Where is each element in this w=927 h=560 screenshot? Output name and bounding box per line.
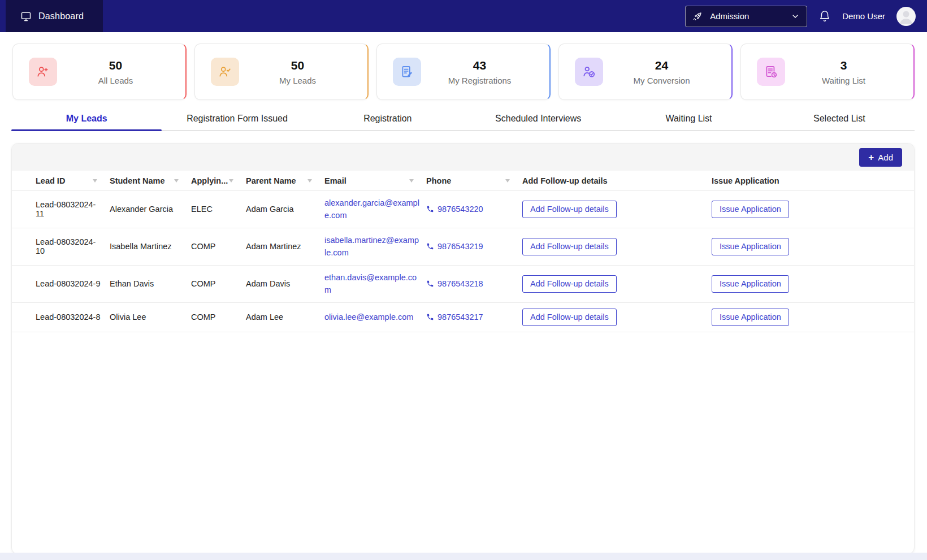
table-row: Lead-08032024-9 Ethan Davis COMP Adam Da… [12, 265, 914, 302]
col-header-lead-id: Lead ID [36, 176, 65, 185]
tab-my-leads[interactable]: My Leads [11, 110, 162, 130]
col-header-student-name: Student Name [110, 176, 165, 185]
email-link[interactable]: olivia.lee@example.com [324, 312, 413, 322]
stat-card-all-leads: 50 All Leads [12, 44, 187, 100]
phone-link[interactable]: 9876543219 [426, 242, 516, 251]
col-header-phone: Phone [426, 176, 451, 185]
email-link[interactable]: ethan.davis@example.com [324, 273, 417, 294]
parent-name-cell: Adam Martinez [242, 228, 321, 265]
issue-application-button[interactable]: Issue Application [712, 238, 789, 255]
stat-value: 50 [239, 59, 356, 72]
monitor-icon [20, 11, 32, 22]
section-tabs: My Leads Registration Form Issued Regist… [11, 110, 915, 131]
col-header-applying: Applyin... [191, 176, 228, 185]
lead-id-cell: Lead-08032024-11 [12, 191, 106, 228]
parent-name-cell: Adam Lee [242, 302, 321, 332]
add-follow-up-button[interactable]: Add Follow-up details [522, 201, 617, 218]
table-row: Lead-08032024-8 Olivia Lee COMP Adam Lee… [12, 302, 914, 332]
phone-icon [426, 242, 434, 250]
lead-id-cell: Lead-08032024-8 [12, 302, 106, 332]
col-header-issue-application: Issue Application [712, 176, 779, 185]
col-header-follow-up: Add Follow-up details [522, 176, 608, 185]
table-row: Lead-08032024-11 Alexander Garcia ELEC A… [12, 191, 914, 228]
parent-name-cell: Adam Garcia [242, 191, 321, 228]
user-avatar[interactable] [896, 7, 916, 26]
user-check-icon [211, 58, 239, 86]
stat-label: My Registrations [421, 76, 538, 85]
applying-cell: COMP [188, 228, 242, 265]
student-name-cell: Ethan Davis [106, 265, 188, 302]
student-name-cell: Isabella Martinez [106, 228, 188, 265]
stat-card-my-leads: 50 My Leads [194, 44, 369, 100]
leads-table-card: + Add Lead ID Student Name Applyin... Pa… [11, 143, 915, 554]
sort-icon[interactable] [409, 179, 414, 183]
bottom-strip [0, 553, 927, 560]
sort-icon[interactable] [93, 179, 97, 183]
tab-waiting-list[interactable]: Waiting List [613, 110, 764, 130]
tab-scheduled-interviews[interactable]: Scheduled Interviews [463, 110, 613, 130]
email-link[interactable]: isabella.martinez@example.com [324, 236, 419, 257]
tab-registration[interactable]: Registration [313, 110, 463, 130]
nav-dashboard-label: Dashboard [38, 11, 84, 21]
nav-dashboard[interactable]: Dashboard [6, 0, 103, 32]
add-follow-up-button[interactable]: Add Follow-up details [522, 275, 617, 293]
document-edit-icon [393, 58, 421, 86]
applying-cell: COMP [188, 265, 242, 302]
module-select-dropdown[interactable]: Admission [685, 6, 807, 27]
add-follow-up-button[interactable]: Add Follow-up details [522, 238, 617, 255]
student-name-cell: Olivia Lee [106, 302, 188, 332]
sort-icon[interactable] [307, 179, 312, 183]
add-follow-up-button[interactable]: Add Follow-up details [522, 309, 617, 326]
stat-cards-row: 50 All Leads 50 My Leads 43 My Registrat… [0, 32, 927, 100]
user-name: Demo User [842, 11, 885, 21]
applying-cell: COMP [188, 302, 242, 332]
stat-value: 24 [603, 59, 720, 72]
user-verified-icon [575, 58, 603, 86]
table-header-row: Lead ID Student Name Applyin... Parent N… [12, 171, 914, 191]
leads-table: Lead ID Student Name Applyin... Parent N… [12, 171, 914, 332]
plus-icon: + [868, 153, 874, 162]
stat-label: My Leads [239, 76, 356, 85]
applying-cell: ELEC [188, 191, 242, 228]
stat-label: Waiting List [785, 76, 902, 85]
stat-card-my-conversion: 24 My Conversion [558, 44, 733, 100]
document-clock-icon [757, 58, 785, 86]
lead-id-cell: Lead-08032024-9 [12, 265, 106, 302]
stat-card-my-registrations: 43 My Registrations [376, 44, 551, 100]
student-name-cell: Alexander Garcia [106, 191, 188, 228]
chevron-down-icon [791, 12, 800, 21]
add-lead-button[interactable]: + Add [859, 148, 902, 167]
col-header-parent-name: Parent Name [246, 176, 296, 185]
phone-link[interactable]: 9876543218 [426, 279, 516, 288]
table-row: Lead-08032024-10 Isabella Martinez COMP … [12, 228, 914, 265]
rocket-icon [692, 11, 703, 21]
table-toolbar: + Add [12, 144, 914, 171]
email-link[interactable]: alexander.garcia@example.com [324, 198, 419, 220]
stat-value: 43 [421, 59, 538, 72]
phone-link[interactable]: 9876543217 [426, 312, 516, 322]
tab-selected-list[interactable]: Selected List [764, 110, 915, 130]
notifications-bell-icon[interactable] [818, 10, 831, 23]
issue-application-button[interactable]: Issue Application [712, 275, 789, 293]
phone-icon [426, 205, 434, 213]
user-plus-icon [29, 58, 57, 86]
sort-icon[interactable] [505, 179, 510, 183]
lead-id-cell: Lead-08032024-10 [12, 228, 106, 265]
col-header-email: Email [324, 176, 346, 185]
phone-link[interactable]: 9876543220 [426, 205, 516, 214]
sort-icon[interactable] [229, 179, 233, 183]
sort-icon[interactable] [174, 179, 179, 183]
phone-icon [426, 280, 434, 288]
parent-name-cell: Adam Davis [242, 265, 321, 302]
issue-application-button[interactable]: Issue Application [712, 201, 789, 218]
stat-card-waiting-list: 3 Waiting List [740, 44, 915, 100]
tab-registration-form-issued[interactable]: Registration Form Issued [162, 110, 312, 130]
stat-label: My Conversion [603, 76, 720, 85]
stat-label: All Leads [57, 76, 174, 85]
phone-icon [426, 313, 434, 321]
issue-application-button[interactable]: Issue Application [712, 309, 789, 326]
module-select-value: Admission [710, 11, 784, 21]
top-navbar: Dashboard Admission [0, 0, 927, 32]
stat-value: 3 [785, 59, 902, 72]
stat-value: 50 [57, 59, 174, 72]
